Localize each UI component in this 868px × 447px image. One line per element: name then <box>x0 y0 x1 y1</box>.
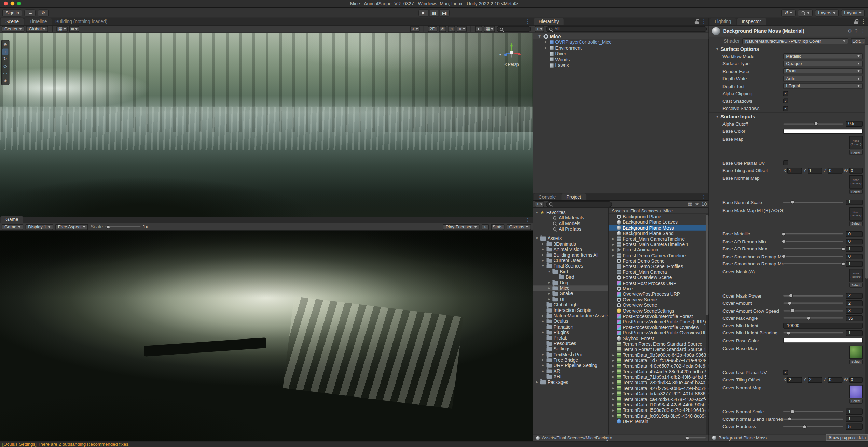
texture-well[interactable]: None (Texture) <box>849 175 863 189</box>
slider-knob[interactable] <box>789 294 793 298</box>
panel-menu-icon[interactable]: ⋮ <box>701 194 706 200</box>
tab-scene[interactable]: Scene <box>1 18 24 25</box>
foldout-arrow-icon[interactable]: ▸ <box>612 380 615 385</box>
foldout-arrow-icon[interactable]: ▸ <box>545 40 548 44</box>
sign-in-button[interactable]: Sign in <box>2 9 22 16</box>
progress-details-tooltip[interactable]: Show progress deta <box>826 434 868 441</box>
scrollbar-thumb[interactable] <box>865 45 868 279</box>
Overview Scene-button[interactable]: ▸ Overview Scene <box>609 302 709 308</box>
step-button[interactable]: ▶▮ <box>440 9 450 16</box>
property-value-field[interactable]: 2 <box>846 293 863 299</box>
foldout-arrow-icon[interactable]: ▸ <box>541 358 545 362</box>
vector-component-field[interactable]: 0 <box>849 377 863 383</box>
foldout-arrow-icon[interactable]: ▸ <box>541 319 545 323</box>
foldout-arrow-icon[interactable]: ▸ <box>541 369 545 373</box>
folder-tree-item[interactable]: ▸ Dog <box>533 280 608 285</box>
scene-lighting-button[interactable]: ☀ <box>439 26 446 32</box>
search-by-label-icon[interactable]: ★ <box>695 201 699 207</box>
TerrainData_0b3a00cc-642b-4b0a-9063-b83-button[interactable]: ▸ TerrainData_0b3a00cc-642b-4b0a-9063-b8… <box>609 352 709 358</box>
Overview SceneSettings-button[interactable]: ▸ Overview SceneSettings <box>609 308 709 314</box>
status-bar[interactable]: [Oculus Settings] There are 2 outstandin… <box>0 441 868 447</box>
folder-tree-item[interactable]: ▸ 3Danimals <box>533 241 608 247</box>
folder-tree-item[interactable]: ▸ Animal Vision <box>533 247 608 252</box>
folder-tree-item[interactable]: ▸ Oculus <box>533 318 608 324</box>
Forest_Main CameraTimeline 1-button[interactable]: ▸ Forest_Main CameraTimeline 1 <box>609 242 709 247</box>
slider-knob[interactable] <box>791 309 795 313</box>
hierarchy-item[interactable]: ▸ River <box>533 51 709 57</box>
property-value-field[interactable]: 1 <box>846 261 863 267</box>
scene-camera-settings-button[interactable]: ◐ <box>475 26 482 32</box>
property-dropdown[interactable]: Auto <box>783 76 863 82</box>
folder-tree-item[interactable]: Planation <box>533 324 608 330</box>
lock-icon[interactable] <box>854 19 858 24</box>
status-message[interactable]: [Oculus Settings] There are 2 outstandin… <box>2 442 129 447</box>
foldout-arrow-icon[interactable]: ▸ <box>548 280 551 285</box>
property-value-field[interactable]: 3 <box>846 308 863 314</box>
tab-project[interactable]: Project <box>562 193 586 200</box>
foldout-arrow-icon[interactable]: ▸ <box>612 253 615 258</box>
property-slider[interactable]: 35 <box>783 315 863 321</box>
foldout-arrow-icon[interactable]: ▸ <box>541 253 545 257</box>
Forest Overview Scene-button[interactable]: ▸ Forest Overview Scene <box>609 275 709 280</box>
move-tool-button[interactable]: + <box>2 49 8 55</box>
vector-component-field[interactable]: 1 <box>787 168 802 173</box>
property-value-field[interactable]: 35 <box>846 315 863 321</box>
vector-component-field[interactable]: 2 <box>808 377 822 383</box>
URP Terrain-button[interactable]: ▸ URP Terrain <box>609 419 709 424</box>
property-dropdown[interactable]: LEqual <box>783 83 863 89</box>
texture-well[interactable]: None (Texture) <box>849 269 863 282</box>
slider-knob[interactable] <box>791 409 795 413</box>
panel-menu-icon[interactable]: ⋮ <box>525 217 531 222</box>
property-slider[interactable]: 0 <box>783 239 863 244</box>
property-value-field[interactable]: 1 <box>846 246 863 252</box>
folder-tree-item[interactable]: Interaction Scripts <box>533 307 608 313</box>
foldout-arrow-icon[interactable]: ▸ <box>612 248 615 252</box>
TerrainData_427f2796-ab86-4794-b051-3d4-button[interactable]: ▸ TerrainData_427f2796-ab86-4794-b051-3d… <box>609 386 709 391</box>
PostProcessVolumeProfile Forest(URP)-button[interactable]: ▸ PostProcessVolumeProfile Forest(URP) <box>609 319 709 325</box>
property-slider[interactable]: 5 <box>783 423 863 429</box>
Forest Animation-button[interactable]: ▸ Forest Animation <box>609 247 709 253</box>
texture-select-button[interactable]: Select <box>849 189 863 194</box>
foldout-arrow-icon[interactable]: ▸ <box>541 258 545 263</box>
folder-tree-item[interactable]: Global Light <box>533 302 608 307</box>
display-target-dropdown[interactable]: Game <box>2 224 23 230</box>
lock-icon[interactable] <box>695 19 699 24</box>
folder-tree-item[interactable]: ▾ Bird <box>533 269 608 274</box>
property-dropdown[interactable]: Metallic <box>783 53 863 59</box>
foldout-arrow-icon[interactable]: ▾ <box>539 34 542 39</box>
orientation-gizmo[interactable]: z < Persp <box>498 42 525 67</box>
slider-knob[interactable] <box>803 424 807 428</box>
aspect-ratio-dropdown[interactable]: Free Aspect <box>55 224 88 230</box>
Forest_Main CameraTimeline-button[interactable]: ▸ Forest_Main CameraTimeline <box>609 236 709 242</box>
foldout-arrow-icon[interactable]: ▸ <box>548 291 551 296</box>
vector-component-field[interactable]: 2 <box>787 377 802 383</box>
folder-tree-item[interactable]: XRI <box>533 374 608 379</box>
TerrainData_232d5d84-8d0e-4e6f-b24a-150f-button[interactable]: ▸ TerrainData_232d5d84-8d0e-4e6f-b24a-15… <box>609 380 709 385</box>
foldout-arrow-icon[interactable]: ▸ <box>548 286 551 290</box>
slider-knob[interactable] <box>782 232 785 236</box>
foldout-arrow-icon[interactable]: ▾ <box>548 269 551 274</box>
property-value-field[interactable]: 1 <box>846 409 863 415</box>
vector-component-field[interactable]: 0 <box>827 377 842 383</box>
property-slider[interactable]: 3 <box>783 308 863 314</box>
hierarchy-item[interactable]: ▸ OVRPlayerController_Mice <box>533 39 709 45</box>
tab-hierarchy[interactable]: Hierarchy <box>534 18 564 25</box>
folder-tree-item[interactable]: Resources <box>533 341 608 346</box>
property-color-swatch[interactable] <box>783 129 863 134</box>
Forest Demo CameraTimeline-button[interactable]: ▸ Forest Demo CameraTimeline <box>609 253 709 258</box>
Terrain Forest Demo Standard Source 1-button[interactable]: ▸ Terrain Forest Demo Standard Source 1 <box>609 347 709 352</box>
foldout-arrow-icon[interactable]: ▸ <box>545 46 548 50</box>
OverviewPostProcess URP-button[interactable]: ▸ OverviewPostProcess URP <box>609 291 709 297</box>
favorites-item[interactable]: ▸ All Models <box>533 221 608 226</box>
slider-knob[interactable] <box>815 122 818 126</box>
scene-search-input[interactable] <box>497 26 531 32</box>
Terrain Forest Demo Standard Source-button[interactable]: ▸ Terrain Forest Demo Standard Source <box>609 341 709 347</box>
tab-lighting[interactable]: Lighting <box>710 18 736 25</box>
favorites-root[interactable]: ▾ ★ Favorites <box>533 210 608 215</box>
property-slider[interactable]: 1 <box>783 261 863 267</box>
PostProcessVolumeProfile Overview-button[interactable]: ▸ PostProcessVolumeProfile Overview <box>609 325 709 330</box>
tab-console[interactable]: Console <box>534 193 561 200</box>
property-value-field[interactable]: 2 <box>846 300 863 306</box>
Forest Demo Scene-button[interactable]: ▸ Forest Demo Scene <box>609 258 709 264</box>
foldout-arrow-icon[interactable]: ▸ <box>612 237 615 241</box>
